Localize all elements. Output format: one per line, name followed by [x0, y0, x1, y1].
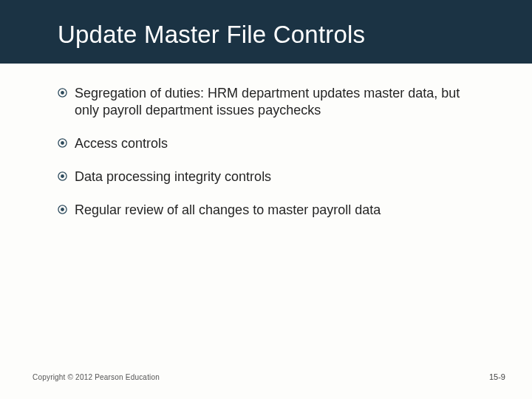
svg-point-7: [61, 208, 64, 211]
bullet-text: Regular review of all changes to master …: [75, 202, 381, 219]
title-bar: Update Master File Controls: [0, 0, 532, 64]
copyright-text: Copyright © 2012 Pearson Education: [33, 373, 160, 381]
bullet-icon: [58, 88, 67, 98]
list-item: Access controls: [58, 135, 488, 152]
svg-point-5: [61, 174, 64, 178]
slide-title: Update Master File Controls: [58, 21, 365, 49]
svg-point-3: [61, 141, 64, 145]
list-item: Data processing integrity controls: [58, 168, 488, 185]
bullet-text: Segregation of duties: HRM department up…: [75, 85, 488, 119]
bullet-icon: [58, 138, 67, 148]
list-item: Regular review of all changes to master …: [58, 202, 488, 219]
slide: Update Master File Controls Segregation …: [0, 0, 532, 399]
bullet-icon: [58, 205, 67, 214]
svg-point-1: [61, 91, 64, 95]
bullet-text: Access controls: [75, 135, 168, 152]
content-area: Segregation of duties: HRM department up…: [58, 85, 488, 235]
list-item: Segregation of duties: HRM department up…: [58, 85, 488, 119]
bullet-icon: [58, 171, 67, 181]
slide-number: 15-9: [489, 372, 505, 381]
bullet-text: Data processing integrity controls: [75, 168, 271, 185]
